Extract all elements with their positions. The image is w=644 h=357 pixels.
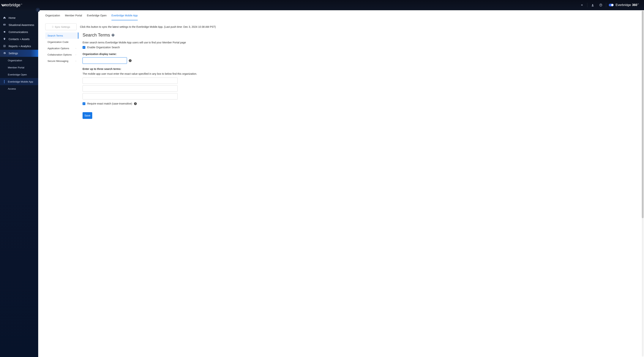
header-collapse-button[interactable] <box>578 0 586 10</box>
sidebar: Home Situational Awareness Communication… <box>0 10 38 357</box>
sync-settings-button-label: Sync Settings <box>55 26 70 28</box>
chevron-right-icon: › <box>76 47 76 50</box>
section-title-text: Search Terms <box>82 32 110 38</box>
svg-point-2 <box>601 6 601 6</box>
sidebar-item-label: Communications <box>8 30 28 34</box>
exact-match-label: Require exact match (case-insensitive) <box>87 102 132 105</box>
sidebar-sub-label: Everbridge Open <box>8 73 27 76</box>
sync-settings-button[interactable]: Sync Settings <box>45 24 76 30</box>
form-description: Enter search terms Everbridge Mobile App… <box>82 41 258 44</box>
scrollbar[interactable] <box>642 10 644 357</box>
exact-match-checkbox[interactable]: ✓ <box>82 102 85 105</box>
info-icon[interactable]: i <box>134 102 137 105</box>
sidebar-sub-label: Member Portal <box>8 66 24 69</box>
tab-everbridge-open[interactable]: Everbridge Open <box>87 14 106 20</box>
sidebar-collapse-chevron: « <box>37 9 38 11</box>
settings-submenu: Search Terms Organization Code Applicati… <box>45 32 78 119</box>
content-tabs: Organization Member Portal Everbridge Op… <box>38 10 644 20</box>
logo[interactable]: everbridge™ <box>0 0 38 10</box>
sidebar-sub-label: Everbridge Mobile App <box>8 80 33 83</box>
submenu-label: Application Options <box>48 47 69 50</box>
sidebar-item-label: Reports + Analytics <box>8 45 31 48</box>
search-term-input-3[interactable] <box>82 93 178 100</box>
search-term-input-1[interactable] <box>82 78 178 84</box>
sidebar-sub-access[interactable]: Access <box>0 85 38 92</box>
logo-text: everbridge <box>2 2 20 7</box>
sidebar-collapse-button[interactable]: « <box>36 8 40 12</box>
sidebar-item-settings[interactable]: Settings <box>0 50 38 57</box>
content-pane: Organization Member Portal Everbridge Op… <box>38 10 644 357</box>
sitaware-icon <box>3 24 6 27</box>
sidebar-item-label: Contacts + Assets <box>8 38 30 40</box>
sidebar-item-situational-awareness[interactable]: Situational Awareness <box>0 22 38 28</box>
brand-right-main: Everbridge <box>616 3 631 7</box>
tab-everbridge-mobile-app[interactable]: Everbridge Mobile App <box>112 14 138 20</box>
tab-organization[interactable]: Organization <box>45 14 60 20</box>
sidebar-sub-member-portal[interactable]: Member Portal <box>0 64 38 71</box>
app-header: everbridge™ « Everbridge 360™ <box>0 0 644 10</box>
sidebar-sub-label: Access <box>8 88 16 90</box>
submenu-label: Collaboration Options <box>48 53 72 56</box>
search-terms-description: The mobile app user must enter the exact… <box>82 72 258 75</box>
sidebar-sub-everbridge-open[interactable]: Everbridge Open <box>0 71 38 78</box>
brand-right-accent: 360 <box>632 3 637 7</box>
contacts-icon <box>3 38 6 41</box>
chevron-double-left-icon <box>581 4 583 6</box>
org-display-name-input[interactable] <box>82 58 127 64</box>
sidebar-sub-everbridge-mobile-app[interactable]: Everbridge Mobile App <box>0 78 38 85</box>
user-icon <box>591 4 594 6</box>
submenu-search-terms[interactable]: Search Terms <box>45 32 78 39</box>
sidebar-item-label: Home <box>8 16 16 20</box>
submenu-secure-messaging[interactable]: Secure Messaging › <box>45 58 78 64</box>
header-separator <box>606 3 606 7</box>
reports-icon <box>3 45 6 48</box>
submenu-collaboration-options[interactable]: Collaboration Options › <box>45 52 78 58</box>
sidebar-item-communications[interactable]: Communications <box>0 28 38 36</box>
svg-point-4 <box>4 38 5 39</box>
logo-trademark: ™ <box>21 4 22 5</box>
sidebar-item-label: Settings <box>8 52 18 55</box>
submenu-label: Secure Messaging <box>48 60 68 62</box>
theme-toggle[interactable] <box>609 4 614 6</box>
save-button[interactable]: Save <box>82 112 92 119</box>
search-terms-label: Enter up to three search terms: <box>82 68 258 70</box>
brand-right-tm: ™ <box>637 3 639 5</box>
section-title: Search Terms ? <box>82 32 258 38</box>
svg-rect-6 <box>52 26 53 28</box>
search-term-input-2[interactable] <box>82 85 178 92</box>
help-circle-icon <box>599 4 602 6</box>
svg-point-0 <box>592 4 593 5</box>
user-menu-button[interactable] <box>588 0 597 10</box>
submenu-organization-code[interactable]: Organization Code <box>45 39 78 45</box>
form-area: Search Terms ? Enter search terms Everbr… <box>82 32 258 119</box>
enable-org-search-checkbox[interactable]: ✓ <box>82 46 85 49</box>
chevron-right-icon: › <box>76 54 76 56</box>
mobile-icon <box>52 26 54 28</box>
sidebar-item-home[interactable]: Home <box>0 14 38 22</box>
home-icon <box>3 16 6 20</box>
sidebar-sub-label: Organization <box>8 59 22 62</box>
display-name-label: Organization display name: <box>82 52 258 56</box>
tab-member-portal[interactable]: Member Portal <box>65 14 82 20</box>
sidebar-item-label: Situational Awareness <box>8 24 34 26</box>
settings-icon <box>3 52 6 55</box>
sidebar-item-reports-analytics[interactable]: Reports + Analytics <box>0 43 38 50</box>
sidebar-sub-organization[interactable]: Organization <box>0 57 38 64</box>
sync-status-text: Click this button to sync the latest set… <box>80 25 216 28</box>
info-icon[interactable]: i <box>129 59 132 62</box>
help-button[interactable] <box>597 0 605 10</box>
submenu-label: Search Terms <box>48 34 63 37</box>
comms-icon <box>3 30 6 34</box>
brand-label-right: Everbridge 360™ <box>616 3 639 7</box>
submenu-label: Organization Code <box>48 40 68 44</box>
submenu-application-options[interactable]: Application Options › <box>45 45 78 52</box>
chevron-right-icon: › <box>76 60 76 62</box>
enable-org-search-label: Enable Organization Search <box>87 46 120 49</box>
help-icon[interactable]: ? <box>112 34 114 36</box>
sidebar-item-contacts-assets[interactable]: Contacts + Assets <box>0 36 38 43</box>
